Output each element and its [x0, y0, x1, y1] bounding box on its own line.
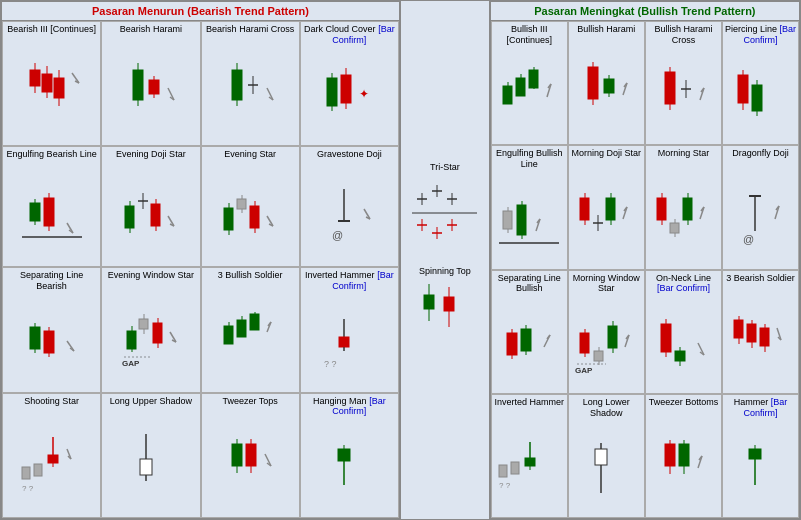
cell-label: Engulfing Bearish Line: [7, 149, 97, 160]
svg-rect-172: [738, 75, 748, 103]
svg-rect-90: [224, 326, 233, 344]
svg-rect-253: [511, 462, 519, 474]
spinning-top-pattern: Spinning Top: [407, 266, 482, 359]
svg-rect-104: [22, 467, 30, 479]
cell-label: Bearish Harami Cross: [206, 24, 294, 35]
candle-area: [303, 419, 396, 515]
cell-eveningDoji: Evening Doji Star: [101, 146, 200, 267]
candle-area: [725, 285, 796, 390]
svg-rect-7: [54, 78, 64, 98]
tri-star-pattern: Tri-Star: [407, 162, 482, 250]
cell-label: Engulfing Bullish Line: [494, 148, 565, 170]
candle-area: [204, 162, 297, 264]
candle-area: ? ?: [494, 410, 565, 515]
cell-label: Evening Window Star: [108, 270, 194, 281]
cell-bearishHaramiCross: Bearish Harami Cross: [201, 21, 300, 146]
svg-text:? ?: ? ?: [499, 481, 511, 490]
candle-area: [104, 408, 197, 515]
svg-rect-69: [30, 327, 40, 349]
cell-engulfingBearish: Engulfing Bearish Line: [2, 146, 101, 267]
svg-rect-37: [44, 198, 54, 226]
candle-area: GAP: [571, 296, 642, 391]
svg-rect-1: [30, 70, 40, 86]
svg-rect-252: [499, 465, 507, 477]
cell-label: Inverted Hammer: [495, 397, 565, 408]
svg-rect-30: [341, 75, 351, 103]
svg-rect-48: [151, 204, 160, 226]
cell-label: Hammer [Bar Confirm]: [725, 397, 796, 419]
cell-label: Piercing Line [Bar Confirm]: [725, 24, 796, 46]
candle-area: [725, 48, 796, 143]
svg-rect-245: [747, 324, 756, 342]
cell-label: Inverted Hammer [Bar Confirm]: [303, 270, 396, 292]
bearish-header: Pasaran Menurun (Bearish Trend Pattern): [2, 2, 399, 21]
svg-text:GAP: GAP: [122, 359, 140, 368]
candle-area: GAP: [104, 283, 197, 390]
cell-label: Hanging Man [Bar Confirm]: [303, 396, 396, 418]
cell-label: Evening Star: [224, 149, 276, 160]
candle-area: [648, 296, 719, 391]
cell-gravestoneDoji: Gravestone Doji @: [300, 146, 399, 267]
cell-label: Bullish III [Continues]: [494, 24, 565, 46]
candle-area: ? ?: [303, 294, 396, 390]
svg-rect-229: [608, 326, 617, 348]
svg-text:? ?: ? ?: [324, 359, 337, 369]
svg-rect-15: [149, 80, 159, 94]
cell-morningWindow: Morning Window Star GAP: [568, 270, 645, 394]
svg-rect-221: [580, 333, 589, 353]
cell-label: Separating Line Bullish: [494, 273, 565, 295]
svg-rect-116: [232, 444, 242, 466]
svg-rect-178: [503, 211, 512, 229]
svg-text:✦: ✦: [359, 87, 369, 101]
svg-rect-27: [327, 78, 337, 106]
svg-rect-270: [749, 449, 761, 459]
svg-rect-124: [338, 449, 350, 461]
candle-area: [571, 161, 642, 266]
svg-text:@: @: [743, 233, 754, 245]
candle-area: [494, 172, 565, 267]
svg-rect-226: [594, 351, 603, 361]
cell-label: On-Neck Line [Bar Confirm]: [648, 273, 719, 295]
candle-area: [648, 410, 719, 515]
tri-star-label: Tri-Star: [430, 162, 460, 172]
cell-label: Dark Cloud Cover [Bar Confirm]: [303, 24, 396, 46]
svg-text:? ?: ? ?: [22, 484, 34, 493]
cell-label: Evening Doji Star: [116, 149, 186, 160]
cell-bullishHarami: Bullish Harami: [568, 21, 645, 145]
svg-rect-157: [588, 67, 598, 99]
svg-rect-82: [139, 319, 148, 329]
svg-text:GAP: GAP: [575, 366, 593, 375]
cell-darkCloud: Dark Cloud Cover [Bar Confirm] ✦: [300, 21, 399, 146]
candle-area: [104, 162, 197, 264]
middle-section: Tri-Star: [400, 1, 490, 519]
svg-rect-175: [752, 85, 762, 111]
svg-rect-192: [606, 198, 615, 220]
candle-area: @: [303, 162, 396, 264]
svg-rect-160: [604, 79, 614, 93]
svg-rect-34: [30, 203, 40, 221]
cell-label: Gravestone Doji: [317, 149, 382, 160]
cell-bearish3: Bearish III [Continues]: [2, 21, 101, 146]
svg-rect-197: [657, 198, 666, 220]
svg-rect-265: [679, 444, 689, 466]
svg-rect-203: [683, 198, 692, 220]
bullish-section: Pasaran Meningkat (Bullish Trend Pattern…: [490, 1, 800, 519]
candle-area: [5, 162, 98, 264]
svg-rect-181: [517, 205, 526, 235]
svg-rect-140: [424, 295, 434, 309]
svg-rect-216: [521, 329, 531, 351]
cell-label: Tweezer Tops: [222, 396, 277, 407]
svg-rect-43: [125, 206, 134, 228]
candle-area: [204, 408, 297, 515]
cell-invertedHammer: Inverted Hammer [Bar Confirm] ? ?: [300, 267, 399, 392]
candle-area: ✦: [303, 48, 396, 144]
svg-rect-56: [237, 199, 246, 209]
candle-area: [204, 283, 297, 390]
candle-area: [648, 161, 719, 266]
candle-area: [494, 296, 565, 391]
cell-longUpperShadow: Long Upper Shadow: [101, 393, 200, 518]
svg-rect-85: [153, 323, 162, 343]
svg-rect-101: [339, 337, 349, 347]
svg-text:@: @: [332, 229, 343, 241]
cell-invertedHammerB: Inverted Hammer ? ?: [491, 394, 568, 518]
